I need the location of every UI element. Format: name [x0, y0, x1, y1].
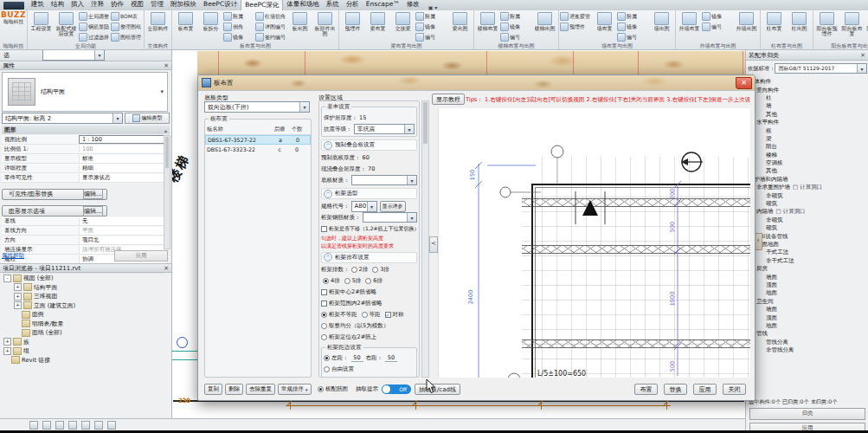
free-setting-radio[interactable]: 自由设置	[324, 365, 415, 375]
preview-collapse-handle[interactable]: <	[429, 236, 438, 253]
classification-tree-item[interactable]: 柱	[749, 94, 866, 102]
collapse-icon[interactable]: ▴	[164, 127, 167, 133]
rebar-plan-radio[interactable]: 板配筋图	[318, 385, 348, 393]
truss-shift-checkbox[interactable]: 桁架是否下移（1,2#筋上下位置切换）	[321, 223, 417, 234]
buzz-menu-button[interactable]: BUZZ 嗡嗡科技	[1, 11, 26, 42]
ribbon-button[interactable]: BOM表	[111, 11, 143, 22]
tree-item[interactable]: + 组	[3, 346, 168, 356]
properties-palette-header[interactable]: 属性 ✕	[0, 61, 171, 70]
expand-icon[interactable]: +	[14, 283, 22, 291]
ribbon-button[interactable]: 交接梁	[390, 11, 415, 42]
menu-tab[interactable]: 附加模块	[167, 0, 200, 10]
classification-tree-item[interactable]: 墙面	[749, 273, 866, 281]
properties-section-header[interactable]: 图形▴	[2, 126, 170, 134]
list-action-button[interactable]: 复制	[204, 384, 222, 395]
ribbon-button[interactable]: 预埋件	[560, 22, 592, 32]
classification-tree-item[interactable]: 砌筑	[749, 224, 866, 232]
ribbon-button[interactable]: 镜像	[617, 22, 649, 32]
ribbon-button[interactable]: 附属	[223, 11, 255, 22]
classification-tree-item[interactable]: 墙	[749, 102, 866, 110]
edge-distance-radio[interactable]: 左距：50右距：50	[324, 353, 415, 364]
classification-tree-item[interactable]: 其他	[749, 167, 866, 175]
options-bar-combo[interactable]	[42, 49, 105, 61]
rounding-radio[interactable]: 取整均分（以5为模数）	[321, 321, 417, 332]
ribbon-button[interactable]: 工程设置	[29, 11, 54, 42]
slab-list-row[interactable]: DBS1-67-3323-22 c 0	[205, 145, 311, 154]
property-row[interactable]: 可见性/图形替换 编辑...	[2, 189, 107, 200]
reveal-hidden-icon[interactable]	[107, 421, 116, 430]
ribbon-button[interactable]: 编号	[617, 32, 649, 42]
dialog-action-button[interactable]: 关闭	[723, 384, 746, 395]
ribbon-button[interactable]: 外墙布置	[677, 11, 702, 42]
ribbon-button[interactable]: 外墙出图	[734, 11, 759, 42]
close-icon[interactable]: ✕	[164, 265, 169, 272]
classification-tree-item[interactable]: 非干式工法	[749, 257, 866, 265]
ribbon-button[interactable]: 柱出图	[787, 11, 812, 42]
shadows-icon[interactable]	[81, 421, 90, 430]
ribbon-button[interactable]: 板拆分	[198, 11, 223, 42]
property-row[interactable]: 基线 无	[2, 216, 164, 226]
ribbon-button[interactable]: 阳台板预埋件	[814, 11, 839, 42]
tree-item[interactable]: 明细表/数量	[3, 320, 168, 329]
menu-tab[interactable]: 系统	[323, 0, 343, 10]
ribbon-button[interactable]: 板出图	[287, 11, 312, 42]
ribbon-button[interactable]: 过滤选择	[79, 32, 111, 42]
settings-scrollbar[interactable]	[421, 100, 429, 378]
precast-section-header[interactable]: ^预制叠合板设置	[321, 139, 417, 151]
classification-tree-item[interactable]: 竖向构件	[749, 86, 866, 94]
expand-icon[interactable]: +	[3, 338, 11, 346]
menu-tab[interactable]: 分析	[343, 0, 363, 10]
sun-path-icon[interactable]	[68, 421, 77, 430]
ribbon-button[interactable]: 钢筋显隐	[79, 22, 111, 32]
expand-icon[interactable]: +	[14, 301, 22, 309]
ribbon-button[interactable]: 镜像	[702, 11, 734, 22]
ribbon-button[interactable]: 板部件出图	[312, 11, 338, 42]
menu-tab[interactable]: 插入	[68, 0, 87, 10]
classification-tree-item[interactable]: 空调板	[749, 159, 866, 167]
crop-view-icon[interactable]	[94, 421, 103, 430]
ribbon-button[interactable]: 附属	[617, 11, 649, 22]
left-distance-value[interactable]: 50	[351, 354, 363, 362]
menu-tab[interactable]: 协作	[107, 0, 127, 10]
truss-rows-option[interactable]: 5排	[344, 277, 362, 285]
ribbon-button[interactable]: 全部构件	[145, 11, 170, 42]
truss-material-combo[interactable]	[363, 212, 418, 223]
classify-button[interactable]: 归类	[749, 408, 865, 420]
menu-tab[interactable]: Enscape™	[363, 0, 403, 10]
expand-icon[interactable]	[3, 357, 10, 363]
ribbon-button[interactable]: 编号	[702, 22, 734, 32]
spec-combo[interactable]: A80	[351, 201, 377, 212]
symmetric-checkbox[interactable]: 对称	[385, 311, 404, 319]
classification-tree-item[interactable]: 板	[749, 126, 866, 134]
truss-rows-option[interactable]: 4排	[323, 277, 340, 285]
ribbon-button[interactable]: 预埋件	[340, 11, 365, 42]
scrollbar-thumb[interactable]	[165, 137, 169, 168]
property-row[interactable]: 零件可见性 显示原状态	[2, 173, 164, 183]
ribbon-button[interactable]: 板布置	[173, 11, 198, 42]
menu-tab[interactable]: BeePC深化	[241, 0, 283, 10]
tree-item[interactable]: + 立面 (建筑立面)	[3, 301, 168, 311]
classification-tree-item[interactable]: 卫生间	[749, 298, 866, 306]
truss-section-header[interactable]: ^桁架选型	[321, 188, 417, 199]
type-selector[interactable]: 结构平面 ▾	[2, 72, 168, 112]
ribbon-button[interactable]: 墙布置	[592, 11, 617, 42]
visual-style-icon[interactable]	[55, 421, 64, 430]
position-radio[interactable]: 桁架定位在2#筋上	[321, 333, 417, 343]
ribbon-button[interactable]: 附属	[415, 11, 447, 22]
dialog-title-bar[interactable]: 板布置	[198, 75, 755, 91]
standard-combo[interactable]: 国标GB/T 51129-2017	[775, 63, 867, 74]
classification-tree-item[interactable]: 楼面地面	[749, 241, 866, 249]
ribbon-button[interactable]: 附属	[500, 11, 532, 22]
cover-value[interactable]: 15	[359, 114, 366, 121]
ribbon-button[interactable]: 镜像	[223, 32, 255, 42]
property-row[interactable]: 视图比例 1 : 100	[2, 135, 164, 145]
truss-rows-option[interactable]: 2排	[351, 266, 369, 274]
detail-level-icon[interactable]	[42, 421, 51, 430]
truss-layout-section-header[interactable]: ^桁架排布设置	[321, 252, 417, 263]
classification-tree-item[interactable]: 非砌筑	[749, 191, 866, 199]
seismic-combo[interactable]: 非抗震	[354, 124, 415, 134]
classification-tree-item[interactable]: 楼梯	[749, 152, 866, 159]
omit-range-checkbox[interactable]: 桁架范围内2#筋省略	[321, 299, 417, 309]
property-row[interactable]: 详细程度 精细	[2, 164, 164, 173]
ribbon-button[interactable]: 镜像	[500, 22, 532, 32]
